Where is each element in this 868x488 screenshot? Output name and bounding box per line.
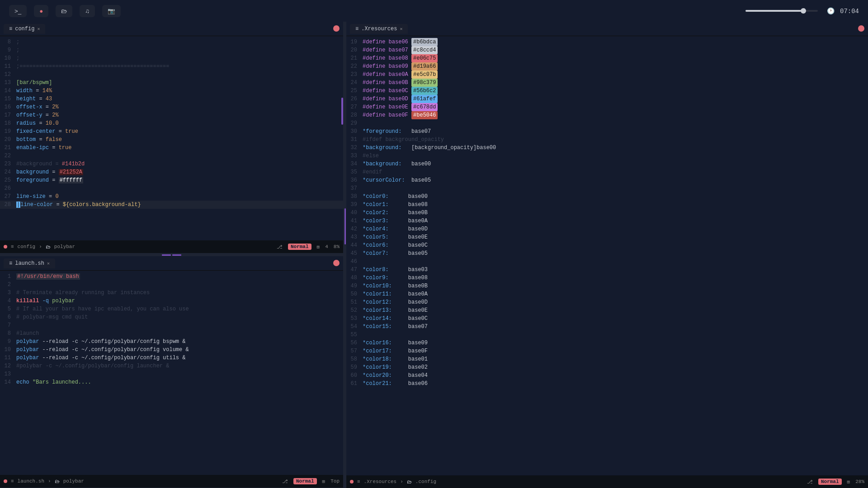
slider-thumb (801, 8, 806, 14)
xres-code-line: 50 *color11: base0A (346, 290, 868, 298)
code-line: 20 bottom = false (0, 136, 343, 144)
code-line: 11 ;====================================… (0, 62, 343, 70)
xres-code-line: 22 #define base09 #d19a66 (346, 62, 868, 70)
code-line-foreground: 25 foreground = #ffffff (0, 176, 343, 184)
code-line-background: 24 background = #21252A (0, 168, 343, 176)
xres-code-line: 27 #define base0E #c678dd (346, 103, 868, 111)
vertical-divider[interactable] (344, 22, 346, 488)
config-code-content[interactable]: 8 ; 9 ; 10 ; 11 ;=======================… (0, 36, 343, 240)
topbar-left: >_ ● 🗁 ♫ 📷 (9, 5, 121, 17)
music-button[interactable]: ♫ (80, 5, 95, 17)
xres-breadcrumb1: .Xresources (364, 479, 397, 484)
xres-grid-icon: ⊞ (847, 479, 850, 485)
xres-code-lines: 19 #define base06 #b6bdca 20 #define bas… (346, 36, 868, 389)
code-line: 9 ; (0, 46, 343, 54)
xres-code-line: 54 *color15: base07 (346, 323, 868, 331)
xres-code-line: 32 *background: [background_opacity]base… (346, 144, 868, 152)
xres-percent: 28% (855, 479, 864, 484)
xres-code-line: 29 (346, 119, 868, 127)
xres-code-line: 33 #else (346, 152, 868, 160)
code-line: 13 [bar/bspwm] (0, 79, 343, 87)
xres-code-line: 37 (346, 184, 868, 192)
xres-code-content[interactable]: 19 #define base06 #b6bdca 20 #define bas… (346, 36, 868, 475)
launch-folder-icon: 🗁 (55, 479, 60, 484)
xres-code-line: 36 *cursorColor: base05 (346, 176, 868, 184)
launch-status-left: ≡ launch.sh › 🗁 polybar (4, 479, 84, 484)
config-tab-close[interactable]: ✕ (37, 26, 40, 32)
xres-status-right: ⎇ Normal ⊞ 28% (807, 479, 864, 485)
xres-window-close-btn[interactable] (858, 25, 864, 32)
launch-code-content[interactable]: 1 #!/usr/bin/env bash 2 3 # Terminate al… (0, 271, 343, 475)
code-line: 14 echo "Bars launched.... (0, 378, 343, 386)
xres-mode-badge: Normal (818, 479, 842, 485)
files-button[interactable]: 🗁 (56, 5, 72, 17)
vert-scroll-indicator (344, 208, 346, 244)
xres-code-line: 46 (346, 258, 868, 266)
divider-dot (172, 254, 181, 256)
code-line: 11 polybar --reload -c ~/.config/polybar… (0, 354, 343, 362)
xres-code-line: 34 *background: base00 (346, 160, 868, 168)
config-tab-label: config (15, 26, 34, 32)
xres-folder-icon: 🗁 (407, 479, 412, 485)
camera-icon: 📷 (108, 8, 115, 14)
xres-code-line: 49 *color10: base0B (346, 282, 868, 290)
xres-tab-close[interactable]: ✕ (400, 26, 402, 32)
code-line: 26 (0, 184, 343, 192)
xres-code-line: 26 #define base0D #61afef (346, 95, 868, 103)
code-line: 12 (0, 70, 343, 79)
launch-breadcrumb2: polybar (63, 479, 84, 484)
code-line: 10 polybar --reload -c ~/.config/polybar… (0, 346, 343, 354)
terminal-icon: >_ (14, 8, 21, 14)
volume-control[interactable] (745, 10, 818, 12)
divider-dot (162, 254, 171, 256)
xres-code-line: 21 #define base08 #e06c75 (346, 54, 868, 62)
xres-code-line: 23 #define base0A #e5c07b (346, 70, 868, 79)
xres-code-line: 28 #define base0F #be5046 (346, 111, 868, 119)
xres-code-line: 51 *color12: base0D (346, 298, 868, 306)
record-icon: ● (39, 8, 43, 14)
divider-handle (162, 254, 181, 256)
code-line: 13 (0, 370, 343, 378)
launch-tab-close[interactable]: ✕ (47, 261, 50, 266)
camera-button[interactable]: 📷 (102, 5, 121, 17)
xres-code-line: 56 *color16: base09 (346, 339, 868, 347)
xres-file-icon: ≡ (355, 26, 359, 32)
terminal-button[interactable]: >_ (9, 5, 27, 17)
code-line: 9 polybar --reload -c ~/.config/polybar/… (0, 338, 343, 346)
folder-icon: 🗁 (61, 8, 67, 14)
code-line-cursor: 28 |line-color = ${colors.background-alt… (0, 201, 343, 209)
config-tab[interactable]: ≡ config ✕ (4, 24, 45, 34)
xres-code-line: 44 *color6: base0C (346, 241, 868, 249)
launch-status-dot (4, 479, 7, 483)
xres-code-line: 59 *color19: base02 (346, 363, 868, 371)
xres-code-line: 41 *color3: base0A (346, 217, 868, 225)
xres-code-line: 39 *color1: base08 (346, 201, 868, 209)
launch-tab[interactable]: ≡ launch.sh ✕ (4, 258, 55, 268)
xres-code-line: 20 #define base07 #c8ccd4 (346, 46, 868, 54)
xres-tab[interactable]: ≡ .Xresources ✕ (350, 24, 408, 34)
git-icon: ⎇ (277, 244, 283, 250)
xres-code-line: 25 #define base0C #56b6c2 (346, 87, 868, 95)
launch-breadcrumb1: launch.sh (18, 479, 44, 484)
xres-code-line: 19 #define base06 #b6bdca (346, 38, 868, 46)
status-dot (4, 245, 7, 249)
scroll-indicator (341, 98, 343, 125)
code-line: 4 killall -q polybar (0, 297, 343, 305)
xres-code-line: 43 *color5: base0E (346, 233, 868, 241)
config-editor-pane: ≡ config ✕ 8 ; 9 ; (0, 22, 343, 253)
launch-git-icon: ⎇ (282, 479, 288, 484)
code-line: 1 #!/usr/bin/env bash (0, 272, 343, 281)
config-breadcrumb1: config (18, 244, 36, 249)
xres-code-line: 38 *color0: base00 (346, 192, 868, 201)
launch-window-close-btn[interactable] (333, 260, 340, 266)
clock: 🕐 07:04 (827, 7, 859, 15)
topbar: >_ ● 🗁 ♫ 📷 🕐 07:04 (0, 0, 868, 22)
code-line: 15 height = 43 (0, 95, 343, 103)
record-button[interactable]: ● (34, 5, 48, 17)
file-icon: ≡ (9, 26, 12, 32)
window-close-btn[interactable] (333, 25, 340, 32)
xres-status-bar: ≡ .Xresources › 🗁 .config ⎇ Normal ⊞ 28% (346, 475, 868, 488)
config-mode-badge: Normal (288, 244, 311, 250)
xres-breadcrumb2: .config (415, 479, 436, 484)
status-right: ⎇ Normal ⊞ 4 8% (277, 244, 340, 250)
